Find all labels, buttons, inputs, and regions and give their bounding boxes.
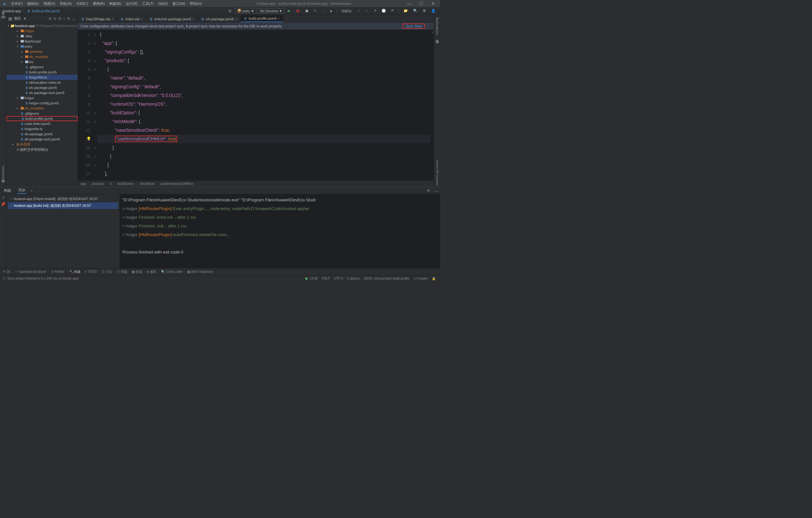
editor-tab[interactable]: 🗎oh-package.json5× — [198, 16, 241, 22]
select-icon[interactable]: ⊝ — [54, 17, 56, 21]
menu-code[interactable]: 代码(C) — [75, 1, 90, 7]
find-icon[interactable]: 🔍 — [411, 8, 419, 13]
menu-view[interactable]: 视图(V) — [41, 1, 57, 7]
panel-hide-icon[interactable]: — — [434, 189, 438, 193]
tw-services[interactable]: ⊛ 服务 — [147, 270, 156, 274]
editor-tab[interactable]: 🗎Index.ets× — [117, 16, 146, 22]
tree-node--gitignore[interactable]: 🗎.gitignore — [6, 64, 78, 69]
git-push-icon[interactable]: ↗ — [372, 8, 378, 13]
menu-help[interactable]: 帮助(H) — [188, 1, 204, 7]
tw-log[interactable]: 🗒 日志 — [102, 270, 112, 274]
console-output[interactable]: "D:\Program Files\Huawei\DevEco Studio\t… — [120, 194, 440, 268]
sync-more-icon[interactable]: ⋮ — [425, 24, 431, 28]
tw-profiler[interactable]: ⊙ Profiler — [51, 270, 65, 274]
close-tab-icon[interactable]: × — [278, 17, 280, 20]
right-tab-preview[interactable]: 预览器 — [434, 36, 440, 39]
tree-node-build-profile-json5[interactable]: 🗎build-profile.json5 — [6, 69, 78, 75]
git-rollback-icon[interactable]: ↶ — [389, 8, 396, 13]
menu-run[interactable]: 运行(R) — [124, 1, 140, 7]
tree-node-obfuscation-rules-txt[interactable]: 🗎obfuscation-rules.txt — [6, 80, 78, 85]
editor-tab[interactable]: 🗎entry\oh-package.json5× — [146, 16, 198, 22]
path-crumb-item[interactable]: useNormalizedOHMUrl — [160, 182, 193, 186]
tree-node-appscope[interactable]: ▸AppScope — [6, 39, 78, 44]
run-icon[interactable]: ▶ — [286, 8, 292, 13]
debug-icon[interactable]: 🐞 — [294, 8, 302, 13]
tw-codelinter[interactable]: 🔍 Code Linter — [161, 270, 183, 274]
line-ending[interactable]: CRLF — [320, 277, 332, 280]
minimize-icon[interactable]: — — [404, 1, 414, 6]
tree-node-hvigorfile-ts[interactable]: 🗎hvigorfile.ts — [6, 126, 78, 131]
path-crumb-item[interactable]: app — [81, 182, 86, 186]
sync-tab[interactable]: 同步 — [17, 187, 27, 194]
tree-node-build-profile-json5[interactable]: 🗎build-profile.json5 — [6, 116, 78, 121]
expand-icon[interactable]: ÷ — [63, 17, 65, 21]
menu-refactor[interactable]: 重构(R) — [91, 1, 107, 7]
close-tab-icon[interactable]: × — [31, 189, 33, 193]
tree-node-oh-modules[interactable]: ▸oh_modules — [6, 54, 78, 59]
nav-crumb-root[interactable]: hostest-app — [3, 9, 21, 13]
sort-icon[interactable]: ⊕ — [49, 17, 52, 21]
tw-opan[interactable]: 〰 Operation Analyzer — [15, 270, 47, 274]
tw-todo[interactable]: ≡ TODO — [85, 270, 97, 274]
tree-node--preview[interactable]: ▸.preview — [6, 49, 78, 54]
opt-icon[interactable]: ⊟ — [58, 17, 61, 21]
tree-node--gitignore[interactable]: 🗎.gitignore — [6, 111, 78, 116]
tree-node-oh-package-lock-json5[interactable]: 🗎oh-package-lock.json5 — [6, 136, 78, 142]
tw-terminal[interactable]: ▣ 终端 — [132, 270, 142, 274]
task-item[interactable]: ✓hostest-app [Ohpm Install]: 成功的 在2024/1… — [8, 195, 118, 202]
cover-icon[interactable]: ▣ — [303, 8, 310, 13]
tree-node-oh-package-json5[interactable]: 🗎oh-package.json5 — [6, 85, 78, 90]
tw-git[interactable]: ↱ Git — [3, 270, 10, 274]
menu-build[interactable]: 构建(B) — [107, 1, 123, 7]
tree-node-hvigor[interactable]: ▸hvigor — [6, 28, 78, 33]
tree-node-src[interactable]: ▸src — [6, 59, 78, 64]
sensor-icon[interactable]: ◎ — [227, 8, 234, 13]
menu-file[interactable]: 文件(F) — [9, 1, 25, 7]
pin2-icon[interactable]: 📌 — [1, 202, 5, 207]
close-icon[interactable]: ✕ — [429, 1, 438, 6]
menu-git[interactable]: Git(G) — [156, 1, 170, 6]
sync-now-button[interactable]: Sync Now — [402, 24, 425, 29]
code-area[interactable]: { "app": { "signingConfigs": [], "produc… — [97, 30, 431, 180]
tree-node-oh-modules[interactable]: ▸oh_modules — [6, 106, 78, 111]
path-crumb-item[interactable]: buildOption — [118, 182, 134, 186]
encoding[interactable]: UTF-8 — [332, 277, 345, 280]
settings-icon[interactable]: ⚙ — [421, 8, 428, 13]
path-crumb-item[interactable]: 0 — [110, 182, 112, 186]
tree-node----[interactable]: ▸⊞外部库 — [6, 142, 78, 147]
indent[interactable]: 2 spaces — [345, 277, 361, 280]
close-tab-icon[interactable]: × — [235, 18, 237, 21]
left-tab-bookmarks[interactable]: Bookmarks — [1, 164, 5, 183]
gear-icon[interactable]: ⚙ — [67, 17, 70, 21]
stop-icon[interactable]: ⬚ — [320, 8, 327, 13]
left-tab-structure2[interactable]: 结构 — [0, 184, 6, 187]
tw-problems[interactable]: ⓘ 问题 — [117, 270, 127, 274]
search-icon[interactable]: 📁 — [402, 8, 410, 13]
tree-node---------[interactable]: ⊚临时文件和控制台 — [6, 147, 78, 152]
git-update-icon[interactable]: ✓ — [355, 8, 362, 13]
tree-node-entry[interactable]: ▾entry — [6, 44, 78, 49]
git-branch[interactable]: ⎇ master — [411, 277, 430, 280]
right-tab-notifications[interactable]: Notifications — [435, 16, 439, 36]
stop2-icon[interactable]: ■ — [328, 8, 334, 13]
panel-gear-icon[interactable]: ⚙ — [427, 188, 430, 193]
tw-arkui[interactable]: ▦ ArkUI Inspector — [187, 270, 213, 274]
profile-icon[interactable]: 👤 — [429, 8, 438, 13]
close-tab-icon[interactable]: × — [112, 18, 114, 21]
close-tab-icon[interactable]: × — [193, 18, 195, 21]
tw-build[interactable]: 🔨 构建 — [69, 270, 81, 274]
tree-node--idea[interactable]: ▸.idea — [6, 33, 78, 39]
module-select[interactable]: 📦 entry ▼ — [235, 8, 257, 13]
path-crumb-item[interactable]: products — [92, 182, 104, 186]
menu-tools[interactable]: 工具(T) — [140, 1, 156, 7]
tree-node-hvigor-config-json5[interactable]: 🗎hvigor-config.json5 — [6, 100, 78, 106]
tree-node-code-linter-json5[interactable]: 🗎code-linter.json5 — [6, 121, 78, 126]
git-history-icon[interactable]: 🕐 — [380, 8, 388, 13]
tree-node-hvigor[interactable]: ▾hvigor — [6, 95, 78, 100]
device-file-icon[interactable]: Device File Browser — [435, 158, 439, 187]
dropdown-icon[interactable]: ▼ — [23, 17, 27, 21]
lock-icon[interactable]: 🔒 — [430, 277, 438, 280]
editor-tab[interactable]: 🗎DayJSPage.ets× — [78, 16, 117, 22]
tree-root[interactable]: ▾📁hostest-appD:\Huawei\Code\hostest-a — [6, 23, 78, 28]
attach-icon[interactable]: ↻ — [312, 8, 318, 13]
